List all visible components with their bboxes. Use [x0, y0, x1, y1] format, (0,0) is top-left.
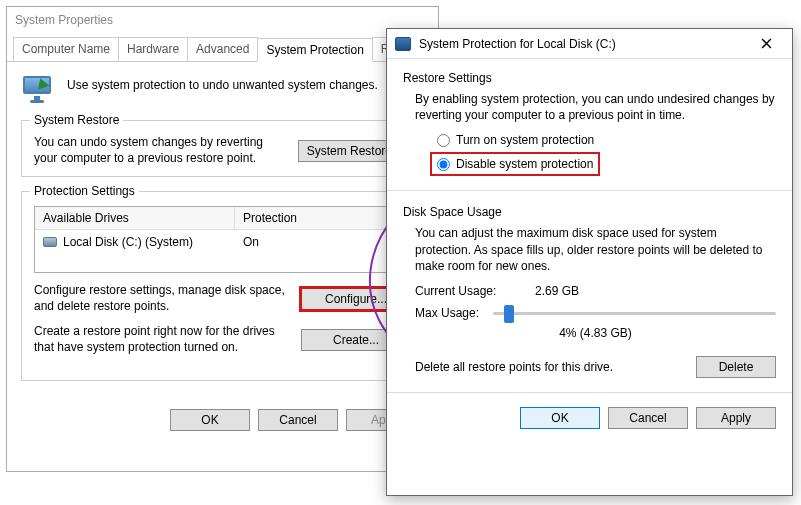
ok-button[interactable]: OK [520, 407, 600, 429]
titlebar[interactable]: System Protection for Local Disk (C:) [387, 29, 792, 59]
tab-computer-name[interactable]: Computer Name [13, 37, 119, 61]
max-usage-label: Max Usage: [415, 306, 479, 320]
drive-protection: On [235, 233, 410, 251]
dialog-buttons: OK Cancel Apply [7, 401, 438, 441]
current-usage-label: Current Usage: [415, 284, 515, 298]
cancel-button[interactable]: Cancel [258, 409, 338, 431]
cancel-button[interactable]: Cancel [608, 407, 688, 429]
configure-desc: Configure restore settings, manage disk … [34, 283, 291, 314]
max-usage-slider[interactable] [493, 302, 776, 324]
restore-settings-heading: Restore Settings [403, 71, 776, 85]
create-desc: Create a restore point right now for the… [34, 324, 291, 355]
radio-disable[interactable]: Disable system protection [433, 155, 597, 173]
dialog-body: Restore Settings By enabling system prot… [387, 59, 792, 435]
tabstrip: Computer Name Hardware Advanced System P… [7, 33, 438, 62]
disk-icon [43, 237, 57, 247]
table-row[interactable]: Local Disk (C:) (System) On [35, 230, 410, 254]
delete-button[interactable]: Delete [696, 356, 776, 378]
tab-panel: Use system protection to undo unwanted s… [7, 62, 438, 401]
radio-turn-on-label: Turn on system protection [456, 133, 594, 147]
titlebar[interactable]: System Properties [7, 7, 438, 33]
window-title: System Properties [15, 13, 113, 27]
disk-icon [395, 37, 411, 51]
disk-usage-desc: You can adjust the maximum disk space us… [415, 225, 776, 274]
separator [387, 190, 792, 191]
apply-button[interactable]: Apply [696, 407, 776, 429]
system-restore-group: System Restore You can undo system chang… [21, 120, 424, 177]
group-legend: System Restore [30, 113, 123, 127]
group-legend: Protection Settings [30, 184, 139, 198]
ok-button[interactable]: OK [170, 409, 250, 431]
dialog-buttons: OK Cancel Apply [403, 407, 776, 429]
radio-disable-input[interactable] [437, 158, 450, 171]
delete-desc: Delete all restore points for this drive… [415, 360, 613, 374]
drive-name: Local Disk (C:) (System) [63, 235, 193, 249]
current-usage-value: 2.69 GB [535, 284, 579, 298]
disk-usage-heading: Disk Space Usage [403, 205, 776, 219]
tab-advanced[interactable]: Advanced [187, 37, 258, 61]
system-protection-dialog: System Protection for Local Disk (C:) Re… [386, 28, 793, 496]
radio-turn-on[interactable]: Turn on system protection [433, 131, 776, 149]
system-protection-icon [21, 72, 57, 108]
close-button[interactable] [748, 33, 784, 55]
restore-desc: You can undo system changes by reverting… [34, 135, 288, 166]
max-usage-readout: 4% (4.83 GB) [415, 326, 776, 340]
restore-settings-desc: By enabling system protection, you can u… [415, 91, 776, 123]
tab-hardware[interactable]: Hardware [118, 37, 188, 61]
system-properties-window: System Properties Computer Name Hardware… [6, 6, 439, 472]
col-header-protection[interactable]: Protection [235, 207, 410, 229]
window-title: System Protection for Local Disk (C:) [419, 37, 616, 51]
col-header-drives[interactable]: Available Drives [35, 207, 235, 229]
tab-system-protection[interactable]: System Protection [257, 38, 372, 62]
table-row [35, 254, 410, 272]
radio-disable-label: Disable system protection [456, 157, 593, 171]
protection-settings-group: Protection Settings Available Drives Pro… [21, 191, 424, 380]
slider-thumb[interactable] [504, 305, 514, 323]
separator [387, 392, 792, 393]
intro-text: Use system protection to undo unwanted s… [67, 72, 378, 92]
drives-table: Available Drives Protection Local Disk (… [34, 206, 411, 273]
radio-turn-on-input[interactable] [437, 134, 450, 147]
